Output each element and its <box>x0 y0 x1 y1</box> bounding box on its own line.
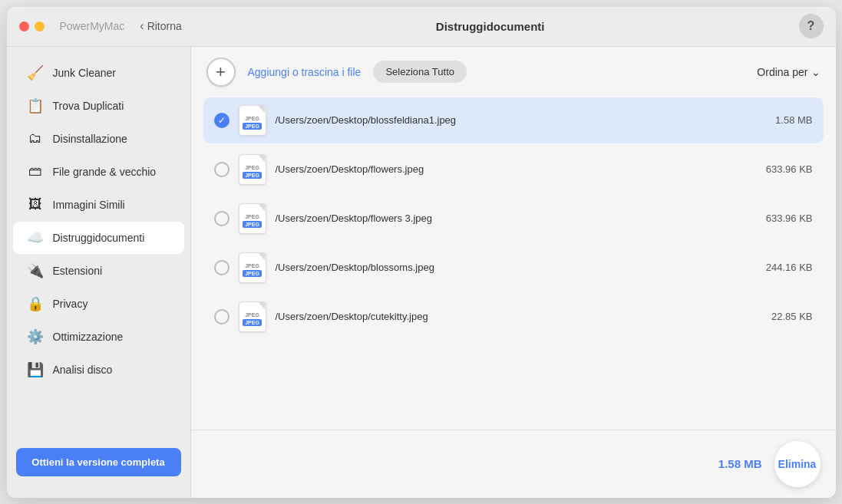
table-row[interactable]: ✓ JPEG JPEG /Users/zoen/Desktop/blossfel… <box>203 97 824 143</box>
chevron-left-icon: ‹ <box>140 19 144 33</box>
app-body: 🧹 Junk Cleaner 📋 Trova Duplicati 🗂 Disin… <box>7 47 836 498</box>
sidebar-item-label: File grande & vecchio <box>53 166 157 178</box>
minimize-button[interactable] <box>35 21 45 31</box>
sidebar-item-label: Disinstallazione <box>53 133 127 145</box>
file-checkbox-4[interactable] <box>214 309 229 324</box>
file-path-1: /Users/zoen/Desktop/flowers.jpeg <box>276 163 735 175</box>
add-file-label[interactable]: Aggiungi o trascina i file <box>248 66 362 78</box>
sidebar: 🧹 Junk Cleaner 📋 Trova Duplicati 🗂 Disin… <box>7 47 191 498</box>
file-icon-2: JPEG JPEG <box>239 203 266 234</box>
traffic-lights <box>19 21 45 31</box>
total-size: 1.58 MB <box>718 457 762 470</box>
sidebar-item-label: Ottimizzazione <box>53 331 124 343</box>
sidebar-item-estensioni[interactable]: 🔌 Estensioni <box>13 255 184 287</box>
app-name-label: PowerMyMac <box>60 20 125 32</box>
file-path-3: /Users/zoen/Desktop/blossoms.jpeg <box>276 262 735 273</box>
sidebar-item-label: Privacy <box>53 298 88 310</box>
sidebar-item-label: Distruggidocumenti <box>53 232 145 244</box>
titlebar: PowerMyMac ‹ Ritorna Distruggidocumenti … <box>7 7 836 47</box>
file-icon-4: JPEG JPEG <box>239 301 266 332</box>
sidebar-item-label: Estensioni <box>53 265 103 277</box>
upgrade-button[interactable]: Ottieni la versione completa <box>16 448 181 476</box>
file-size-1: 633.96 KB <box>744 163 813 175</box>
sidebar-item-label: Junk Cleaner <box>53 67 117 79</box>
ottimizzazione-icon: ⚙️ <box>27 328 44 345</box>
sidebar-item-distruggidocumenti[interactable]: ☁️ Distruggidocumenti <box>13 222 184 254</box>
table-row[interactable]: JPEG JPEG /Users/zoen/Desktop/flowers.jp… <box>203 147 824 193</box>
sidebar-item-label: Immagini Simili <box>53 199 125 211</box>
file-size-2: 633.96 KB <box>744 212 813 224</box>
file-checkbox-3[interactable] <box>214 260 229 275</box>
main-content: + Aggiungi o trascina i file Seleziona T… <box>191 47 836 498</box>
sidebar-item-trova-duplicati[interactable]: 📋 Trova Duplicati <box>13 90 184 122</box>
file-path-2: /Users/zoen/Desktop/flowers 3.jpeg <box>276 212 735 224</box>
sort-button[interactable]: Ordina per ⌄ <box>757 66 820 78</box>
file-size-0: 1.58 MB <box>744 114 813 126</box>
sidebar-item-label: Analisi disco <box>53 364 113 376</box>
sidebar-item-disinstallazione[interactable]: 🗂 Disinstallazione <box>13 123 184 155</box>
file-checkbox-1[interactable] <box>214 162 229 177</box>
file-icon-0: JPEG JPEG <box>239 105 266 136</box>
sidebar-item-label: Trova Duplicati <box>53 100 124 112</box>
distruggidocumenti-icon: ☁️ <box>27 229 44 246</box>
sidebar-bottom: Ottieni la versione completa <box>7 436 190 489</box>
disinstallazione-icon: 🗂 <box>27 130 44 147</box>
file-icon-1: JPEG JPEG <box>239 154 266 185</box>
file-list: ✓ JPEG JPEG /Users/zoen/Desktop/blossfel… <box>191 97 836 430</box>
select-all-button[interactable]: Seleziona Tutto <box>373 61 467 83</box>
delete-button[interactable]: Elimina <box>774 441 821 487</box>
table-row[interactable]: JPEG JPEG /Users/zoen/Desktop/blossoms.j… <box>203 245 824 291</box>
junk-cleaner-icon: 🧹 <box>27 64 44 81</box>
file-size-4: 22.85 KB <box>744 311 813 322</box>
analisi-disco-icon: 💾 <box>27 361 44 378</box>
file-path-4: /Users/zoen/Desktop/cutekitty.jpeg <box>276 311 735 322</box>
sidebar-item-ottimizzazione[interactable]: ⚙️ Ottimizzazione <box>13 321 184 353</box>
help-button[interactable]: ? <box>799 14 824 38</box>
file-checkbox-2[interactable] <box>214 211 229 226</box>
footer: 1.58 MB Elimina <box>191 430 836 498</box>
sidebar-item-privacy[interactable]: 🔒 Privacy <box>13 288 184 320</box>
toolbar: + Aggiungi o trascina i file Seleziona T… <box>191 47 836 97</box>
sidebar-item-junk-cleaner[interactable]: 🧹 Junk Cleaner <box>13 57 184 89</box>
chevron-down-icon: ⌄ <box>811 66 821 78</box>
sidebar-item-analisi-disco[interactable]: 💾 Analisi disco <box>13 354 184 386</box>
file-checkbox-0[interactable]: ✓ <box>214 113 229 128</box>
sidebar-item-file-grande[interactable]: 🗃 File grande & vecchio <box>13 156 184 188</box>
sidebar-item-immagini-simili[interactable]: 🖼 Immagini Simili <box>13 189 184 221</box>
trova-duplicati-icon: 📋 <box>27 97 44 114</box>
file-icon-3: JPEG JPEG <box>239 252 266 283</box>
immagini-simili-icon: 🖼 <box>27 196 44 213</box>
app-window: PowerMyMac ‹ Ritorna Distruggidocumenti … <box>7 7 836 498</box>
file-grande-icon: 🗃 <box>27 163 44 180</box>
table-row[interactable]: JPEG JPEG /Users/zoen/Desktop/cutekitty.… <box>203 294 824 340</box>
page-title: Distruggidocumenti <box>182 20 799 33</box>
estensioni-icon: 🔌 <box>27 262 44 279</box>
file-size-3: 244.16 KB <box>744 262 813 273</box>
table-row[interactable]: JPEG JPEG /Users/zoen/Desktop/flowers 3.… <box>203 196 824 242</box>
file-path-0: /Users/zoen/Desktop/blossfeldiana1.jpeg <box>276 114 735 126</box>
close-button[interactable] <box>19 21 29 31</box>
add-file-button[interactable]: + <box>206 58 236 87</box>
back-button[interactable]: ‹ Ritorna <box>140 19 181 33</box>
privacy-icon: 🔒 <box>27 295 44 312</box>
